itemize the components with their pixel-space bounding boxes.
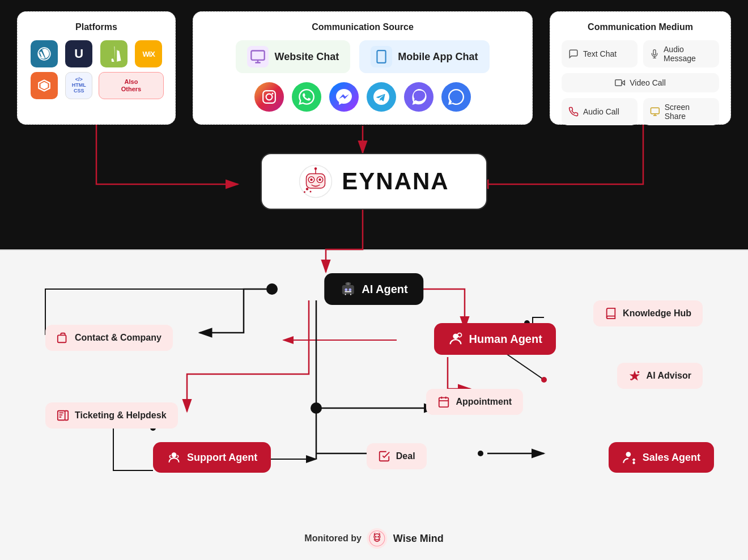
svg-rect-6 <box>615 80 622 86</box>
platform-wix: WiX <box>135 40 162 67</box>
support-agent-icon <box>167 450 181 465</box>
svg-point-4 <box>271 92 273 94</box>
text-chat-chip: Text Chat <box>562 40 638 67</box>
knowledge-hub-box: Knowledge Hub <box>593 300 703 326</box>
ai-advisor-icon <box>628 370 641 382</box>
platform-others: AlsoOthers <box>99 72 164 99</box>
support-agent-box: Support Agent <box>153 442 271 473</box>
comm-medium-grid: Text Chat Audio Message Video Call Audio… <box>562 40 719 125</box>
svg-point-15 <box>314 167 317 170</box>
knowledge-hub-label: Knowledge Hub <box>623 308 691 319</box>
sales-agent-icon <box>622 450 637 465</box>
audio-message-label: Audio Message <box>664 45 712 63</box>
human-agent-icon <box>448 331 464 347</box>
website-chat-label: Website Chat <box>274 51 339 63</box>
svg-point-27 <box>626 452 631 457</box>
svg-point-3 <box>266 94 273 100</box>
comm-source-title: Communication Source <box>205 22 521 32</box>
mobile-chat-label: Mobile App Chat <box>398 51 478 63</box>
comm-medium-title: Communication Medium <box>562 22 719 32</box>
deal-label: Deal <box>396 451 415 461</box>
svg-point-16 <box>306 188 309 190</box>
svg-point-12 <box>311 179 313 181</box>
wise-mind-text: Wise Mind <box>393 533 444 545</box>
svg-point-43 <box>369 531 385 546</box>
human-agent-box: Human Agent <box>434 323 556 355</box>
platform-magento <box>31 72 58 99</box>
mobile-chip-icon <box>371 46 392 67</box>
eynana-robot-icon <box>299 164 333 198</box>
appointment-label: Appointment <box>456 397 512 407</box>
ai-agent-label: AI Agent <box>362 283 407 296</box>
svg-point-20 <box>345 289 347 291</box>
svg-point-17 <box>310 191 312 193</box>
audio-call-label: Audio Call <box>583 107 619 116</box>
ai-agent-box: AI Agent <box>324 273 423 305</box>
audio-message-chip: Audio Message <box>643 40 719 67</box>
svg-rect-7 <box>651 108 659 113</box>
signal-icon <box>441 82 471 112</box>
audio-call-chip: Audio Call <box>562 98 638 125</box>
video-call-label: Video Call <box>630 78 666 87</box>
svg-point-32 <box>630 379 632 380</box>
ticketing-helpdesk-box: Ticketing & Helpdesk <box>45 402 178 429</box>
svg-point-46 <box>378 536 380 538</box>
ticketing-icon <box>57 409 69 422</box>
deal-box: Deal <box>367 443 427 469</box>
comm-source-top: Website Chat Mobile App Chat <box>205 40 521 73</box>
screen-share-label: Screen Share <box>665 103 712 121</box>
support-agent-label: Support Agent <box>187 452 257 464</box>
ai-advisor-box: AI Advisor <box>617 363 703 389</box>
comm-source-panel: Communication Source Website Chat Mobile… <box>193 11 533 125</box>
deal-icon <box>378 450 390 463</box>
website-chip-icon <box>247 46 269 67</box>
svg-point-45 <box>375 536 377 538</box>
mobile-chat-chip: Mobile App Chat <box>359 40 489 73</box>
ai-advisor-label: AI Advisor <box>647 371 691 381</box>
telegram-icon <box>367 82 396 112</box>
monitored-by-text: Monitored by <box>304 533 361 544</box>
messenger-icon <box>329 82 359 112</box>
eynana-logo-box: EYNANA <box>261 153 487 210</box>
platform-html: </>HTMLCSS <box>65 72 92 99</box>
svg-point-21 <box>348 289 351 291</box>
svg-rect-1 <box>377 50 386 63</box>
instagram-icon <box>254 82 284 112</box>
whatsapp-icon <box>292 82 321 112</box>
svg-point-26 <box>172 452 177 457</box>
ai-agent-icon <box>340 281 356 297</box>
svg-point-18 <box>304 191 305 193</box>
appointment-icon <box>437 396 450 408</box>
contact-company-label: Contact & Company <box>75 333 162 343</box>
platform-grid: U WiX </>HTMLCSS AlsoOthers <box>29 40 164 99</box>
video-call-chip: Video Call <box>562 73 719 92</box>
contact-company-icon <box>57 332 69 344</box>
platform-unbounce: U <box>65 40 92 67</box>
platforms-panel: Platforms U WiX </>HTMLCS <box>17 11 176 125</box>
platforms-title: Platforms <box>29 22 164 32</box>
svg-rect-2 <box>263 91 275 103</box>
platform-shopify <box>100 40 128 67</box>
monitored-footer: Monitored by Wise Mind <box>304 528 443 549</box>
knowledge-hub-icon <box>605 307 617 320</box>
platform-wordpress <box>31 40 58 67</box>
eynana-brand-text: EYNANA <box>342 168 449 195</box>
text-chat-label: Text Chat <box>583 49 617 58</box>
svg-rect-19 <box>342 285 354 294</box>
comm-medium-panel: Communication Medium Text Chat Audio Mes… <box>550 11 731 125</box>
svg-point-28 <box>632 462 635 464</box>
sales-agent-box: Sales Agent <box>609 442 714 473</box>
svg-rect-0 <box>252 51 265 60</box>
wise-mind-logo <box>367 528 388 549</box>
section-divider <box>0 249 748 251</box>
comm-source-bottom <box>205 82 521 112</box>
website-chat-chip: Website Chat <box>236 40 350 73</box>
appointment-box: Appointment <box>426 389 523 415</box>
wise-mind-icon <box>369 530 386 547</box>
human-agent-label: Human Agent <box>469 333 542 346</box>
screen-share-chip: Screen Share <box>643 98 719 125</box>
sales-agent-label: Sales Agent <box>643 452 700 464</box>
svg-point-31 <box>637 371 639 374</box>
ticketing-helpdesk-label: Ticketing & Helpdesk <box>75 410 167 421</box>
contact-company-box: Contact & Company <box>45 325 173 351</box>
